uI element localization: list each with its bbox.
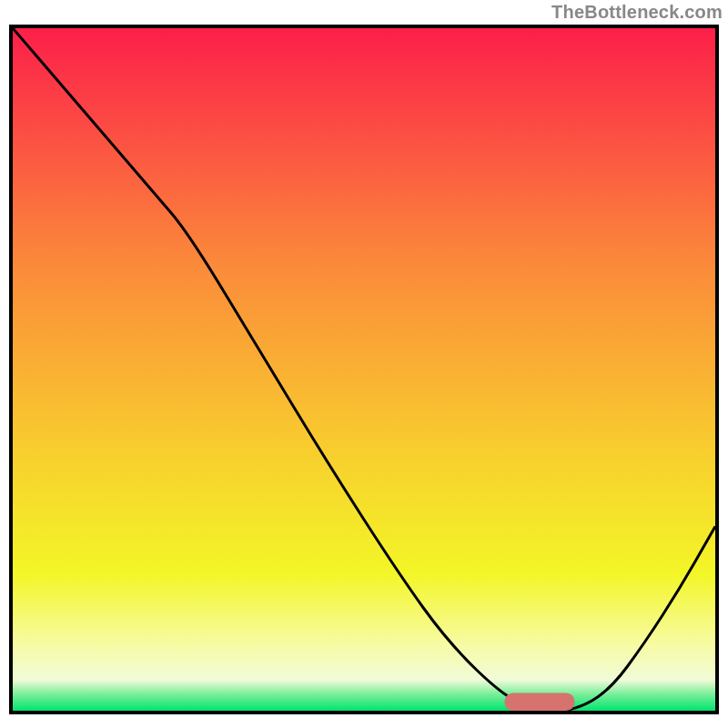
chart-container: TheBottleneck.com <box>0 0 728 728</box>
plot-area <box>9 25 719 714</box>
bottleneck-line <box>13 28 715 711</box>
curve-overlay <box>13 28 715 711</box>
optimal-range-marker <box>504 693 574 712</box>
watermark-text: TheBottleneck.com <box>551 2 723 23</box>
